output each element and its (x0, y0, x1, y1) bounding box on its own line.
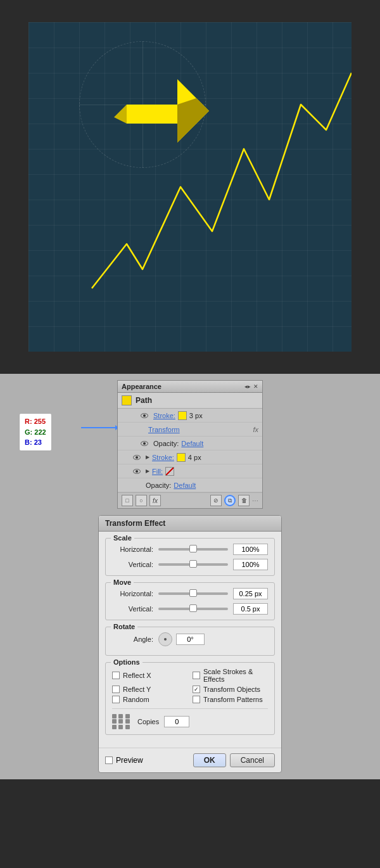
scale-strokes-checkbox[interactable] (193, 672, 200, 679)
transform-row: Transform fx (118, 423, 262, 437)
scale-strokes-label: Scale Strokes & Effects (203, 668, 268, 683)
eye-icon-stroke-main[interactable] (133, 454, 142, 461)
move-h-slider[interactable] (158, 592, 228, 595)
scale-h-row: Horizontal: (112, 544, 268, 555)
move-h-label: Horizontal: (112, 590, 153, 597)
stroke-main-value: 4 px (188, 454, 201, 461)
move-v-label: Vertical: (112, 605, 153, 613)
move-v-slider[interactable] (158, 608, 228, 610)
random-checkbox[interactable] (112, 696, 120, 703)
rgb-g-row: G: 222 (25, 427, 46, 438)
canvas-svg (28, 22, 352, 352)
fill-label[interactable]: Fill: (152, 468, 163, 475)
scale-v-label: Vertical: (112, 561, 153, 568)
b-label: B: (25, 438, 32, 446)
rgb-r-row: R: 255 (25, 416, 46, 427)
options-legend: Options (111, 658, 142, 666)
toolbar-copy-icon[interactable]: ⧉ (224, 495, 236, 506)
opacity-sub-value[interactable]: Default (181, 440, 203, 447)
angle-dial[interactable] (158, 632, 172, 646)
scale-h-slider[interactable] (158, 548, 228, 551)
scale-v-row: Vertical: (112, 559, 268, 570)
opacity-main-label: Opacity: (146, 482, 171, 489)
transform-label[interactable]: Transform (148, 426, 180, 433)
move-h-input[interactable] (233, 588, 268, 599)
toolbar-circle-icon[interactable]: ○ (136, 495, 147, 506)
reflect-y-row: Reflect Y (112, 686, 187, 693)
move-v-input[interactable] (233, 603, 268, 615)
move-v-thumb[interactable] (189, 604, 197, 612)
transform-dialog: Transform Effect Scale Horizontal: Verti… (98, 515, 282, 773)
stroke-main-swatch[interactable] (177, 453, 186, 462)
fill-swatch[interactable] (165, 467, 174, 476)
panel-arrow-btn[interactable]: ◂▸ (244, 383, 251, 390)
stroke-sub-swatch[interactable] (178, 411, 187, 420)
dialog-buttons: OK Cancel (193, 753, 275, 767)
transform-patterns-row: Transform Patterns (193, 696, 268, 703)
scale-h-label: Horizontal: (112, 546, 153, 553)
opacity-main-value[interactable]: Default (174, 482, 196, 489)
move-section: Move Horizontal: Vertical: (105, 582, 275, 620)
random-row: Random (112, 696, 187, 703)
options-section: Options Reflect X Scale Strokes & Effect… (105, 662, 275, 735)
preview-checkbox[interactable] (105, 756, 113, 764)
fill-arrow[interactable]: ▶ (146, 468, 149, 474)
move-legend: Move (111, 578, 134, 586)
move-h-thumb[interactable] (189, 589, 197, 597)
ok-button[interactable]: OK (193, 753, 226, 767)
g-value: 222 (34, 428, 46, 436)
path-row: Path (118, 393, 262, 409)
toolbar-overflow: ⋯ (252, 497, 258, 504)
transform-patterns-checkbox[interactable] (193, 696, 200, 703)
reflect-x-row: Reflect X (112, 668, 187, 683)
stroke-main-label[interactable]: Stroke: (152, 454, 174, 461)
copies-input[interactable] (164, 716, 189, 727)
eye-icon-stroke-sub[interactable] (141, 412, 149, 419)
fill-row: ▶ Fill: (118, 464, 262, 478)
dialog-footer: Preview OK Cancel (99, 748, 281, 772)
scale-h-input[interactable] (233, 544, 268, 555)
appearance-header: Appearance ◂▸ ✕ (118, 381, 262, 393)
panel-area: R: 255 G: 222 B: 23 Appearance ◂▸ ✕ (0, 374, 380, 779)
toolbar-trash-icon[interactable]: 🗑 (238, 495, 250, 506)
yellow-arrow (114, 79, 209, 143)
toolbar-no-icon[interactable]: ⊘ (210, 495, 222, 506)
angle-label: Angle: (112, 635, 153, 643)
angle-input[interactable] (176, 634, 205, 645)
canvas-content (28, 22, 352, 352)
scale-v-input[interactable] (233, 559, 268, 570)
angle-dot (164, 638, 167, 641)
scale-h-thumb[interactable] (189, 545, 197, 552)
copies-row: Copies (112, 708, 268, 729)
stroke-sub-label[interactable]: Stroke: (153, 412, 175, 419)
rgb-arrow (81, 427, 119, 428)
reflect-y-checkbox[interactable] (112, 686, 120, 693)
cancel-button[interactable]: Cancel (230, 753, 275, 767)
r-value: 255 (34, 418, 46, 425)
transform-objects-checkbox[interactable]: ✓ (193, 686, 200, 693)
opacity-sub-row: Opacity: Default (118, 437, 262, 450)
stroke-arrow[interactable]: ▶ (146, 454, 149, 460)
random-label: Random (123, 696, 149, 703)
scale-v-slider[interactable] (158, 563, 228, 566)
dialog-title-bar: Transform Effect (99, 516, 281, 532)
rgb-b-row: B: 23 (25, 437, 46, 448)
stroke-sub-row: Stroke: 3 px (118, 409, 262, 423)
angle-row: Angle: (112, 632, 268, 646)
reflect-y-label: Reflect Y (123, 686, 151, 693)
copies-icon (112, 714, 131, 729)
appearance-wrapper: R: 255 G: 222 B: 23 Appearance ◂▸ ✕ (0, 380, 380, 509)
reflect-x-checkbox[interactable] (112, 672, 120, 679)
toolbar-square-icon[interactable]: □ (122, 495, 133, 506)
eye-icon-fill[interactable] (133, 468, 142, 475)
scale-v-thumb[interactable] (189, 560, 197, 568)
r-label: R: (25, 418, 32, 425)
eye-icon-opacity-main (133, 482, 142, 488)
eye-icon-opacity-sub[interactable] (141, 440, 149, 447)
transform-objects-row: ✓ Transform Objects (193, 686, 268, 693)
opacity-sub-label: Opacity: (153, 440, 179, 447)
panel-close-btn[interactable]: ✕ (253, 383, 258, 390)
toolbar-fx-icon[interactable]: fx (149, 495, 161, 506)
scale-legend: Scale (111, 534, 134, 542)
b-value: 23 (34, 438, 42, 446)
